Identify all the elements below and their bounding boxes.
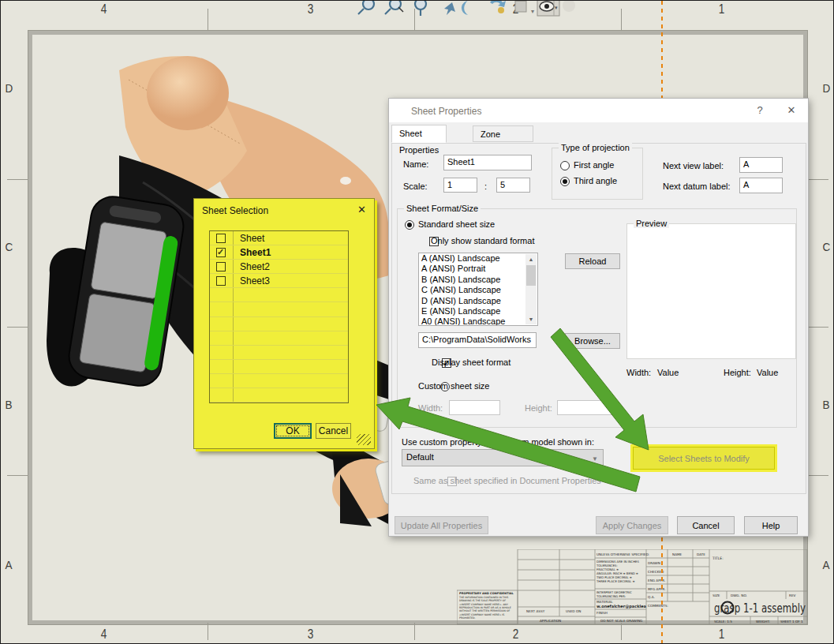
format-option[interactable]: B (ANSI) Landscape <box>419 275 537 285</box>
sheet-row[interactable]: Sheet2 <box>210 260 348 274</box>
sheet-row[interactable] <box>210 302 348 316</box>
format-path-input[interactable]: C:\ProgramData\SolidWorks <box>418 332 537 348</box>
sheet-format-legend: Sheet Format/Size <box>404 204 481 213</box>
tab-zone-parameters[interactable]: Zone Parameters <box>473 125 533 142</box>
sheet-row[interactable] <box>210 317 348 331</box>
preview-group: Preview <box>626 223 796 359</box>
third-angle-radio[interactable] <box>560 177 570 186</box>
sheet-selection-table: SheetSheet1Sheet2Sheet3 <box>209 230 349 403</box>
sheet-row-checkbox[interactable] <box>216 234 226 243</box>
fist <box>147 56 229 130</box>
standard-sheet-size-radio[interactable] <box>405 220 414 230</box>
cancel-button[interactable]: Cancel <box>677 516 735 534</box>
reload-button[interactable]: Reload <box>565 253 620 269</box>
sheet-row[interactable]: Sheet1 <box>210 245 348 260</box>
custom-height-label: Height: <box>525 403 552 413</box>
sheet-row-checkbox[interactable] <box>216 276 226 286</box>
chevron-down-icon: ▼ <box>592 455 598 462</box>
sheet-row[interactable] <box>210 360 348 374</box>
resize-grip[interactable] <box>357 434 371 445</box>
view-orientation-icon[interactable] <box>515 0 530 12</box>
device-panel-bottom <box>79 294 155 373</box>
apply-changes-button[interactable]: Apply Changes <box>596 516 668 534</box>
sheet-row-checkbox[interactable] <box>216 248 226 257</box>
ok-button[interactable]: OK <box>274 423 312 439</box>
select-sheets-to-modify-button[interactable]: Select Sheets to Modify <box>633 447 775 470</box>
scroll-up-icon[interactable]: ▲ <box>525 254 537 264</box>
view-orientation-dropdown-icon[interactable]: ▾ <box>531 8 534 15</box>
preview-width-label: Width: <box>626 368 651 377</box>
format-option[interactable]: A0 (ANSI) Landscape <box>419 316 537 326</box>
sheet-row[interactable]: Sheet <box>210 231 348 245</box>
previous-view-icon[interactable] <box>444 2 455 15</box>
hide-show-items-icon[interactable]: ▾ <box>537 0 559 16</box>
use-custom-property-label: Use custom property values from model sh… <box>402 437 594 447</box>
sheet-properties-dialog: Sheet Properties ? ✕ Sheet Properties Zo… <box>388 98 809 537</box>
name-label: Name: <box>403 159 428 169</box>
preview-legend: Preview <box>634 219 669 228</box>
tab-sheet-properties[interactable]: Sheet Properties <box>391 125 447 143</box>
projection-group: Type of projection First angle Third ang… <box>552 148 643 200</box>
view-settings-icon[interactable] <box>563 0 575 12</box>
sheet-row[interactable] <box>210 374 348 388</box>
custom-height-input[interactable] <box>557 400 612 415</box>
view-toolbar: ▾ ▾ <box>354 0 583 17</box>
pin <box>340 177 351 185</box>
next-datum-label: Next datum label: <box>663 182 731 191</box>
format-option[interactable]: D (ANSI) Landscape <box>419 296 537 306</box>
zoom-to-fit-icon[interactable] <box>363 0 374 9</box>
projection-group-legend: Type of projection <box>559 143 632 152</box>
custom-width-label: Width: <box>418 403 443 413</box>
pan-icon[interactable] <box>490 0 506 7</box>
scale-separator: : <box>484 182 487 191</box>
sheet-row-checkbox[interactable] <box>216 262 226 271</box>
sheet-row[interactable] <box>210 331 348 346</box>
name-input[interactable]: Sheet1 <box>443 155 532 170</box>
sheet-row[interactable] <box>210 388 348 402</box>
sheet-row[interactable] <box>210 346 348 360</box>
format-option[interactable]: A (ANSI) Portrait <box>419 264 537 274</box>
format-listbox-items: A (ANSI) LandscapeA (ANSI) PortraitB (AN… <box>419 253 537 326</box>
dialog-titlebar[interactable]: Sheet Properties ? ✕ <box>389 99 808 122</box>
help-icon[interactable]: ? <box>753 104 767 116</box>
close-icon[interactable]: ✕ <box>784 104 798 116</box>
format-option[interactable]: A (ANSI) Landscape <box>419 253 537 264</box>
first-angle-label: First angle <box>574 160 614 170</box>
format-listbox-scrollbar[interactable]: ▲ ▼ <box>525 254 537 324</box>
sheet-row-label: Sheet1 <box>240 247 271 258</box>
only-standard-format-label: Only show standard format <box>431 236 534 245</box>
cancel-button[interactable]: Cancel <box>316 423 351 439</box>
scale-label: Scale: <box>403 182 428 191</box>
help-button[interactable]: Help <box>744 516 798 534</box>
zoom-in-out-icon[interactable] <box>415 0 426 9</box>
format-option[interactable]: E (ANSI) Landscape <box>419 306 537 316</box>
third-angle-label: Third angle <box>574 176 617 185</box>
rotate-view-icon[interactable] <box>462 0 473 15</box>
custom-sheet-size-label: Custom sheet size <box>418 381 489 391</box>
format-listbox[interactable]: A (ANSI) LandscapeA (ANSI) PortraitB (AN… <box>418 253 538 326</box>
update-all-properties-button[interactable]: Update All Properties <box>395 516 488 534</box>
browse-button[interactable]: Browse... <box>565 333 620 349</box>
next-view-input[interactable]: A <box>739 157 783 173</box>
solidworks-drawing-window: 4 3 2 1 4 3 2 1 D C B A D C B A <box>0 0 834 644</box>
custom-width-input[interactable] <box>449 400 500 415</box>
scale-numerator-input[interactable]: 1 <box>443 178 477 193</box>
sheet-row[interactable] <box>210 288 348 302</box>
model-shown-in-dropdown[interactable]: Default ▼ <box>402 449 604 466</box>
sheet-row-label: Sheet <box>240 233 264 244</box>
format-option[interactable]: C (ANSI) Landscape <box>419 285 537 295</box>
sheet-row-label: Sheet3 <box>240 275 270 286</box>
scroll-down-icon[interactable]: ▼ <box>525 314 537 324</box>
dialog-title: Sheet Properties <box>411 106 481 117</box>
close-icon[interactable]: ✕ <box>357 204 366 215</box>
next-datum-input[interactable]: A <box>739 178 783 193</box>
dropdown-value: Default <box>406 452 434 462</box>
scale-denominator-input[interactable]: 5 <box>496 178 530 193</box>
preview-height-value: Value <box>757 368 778 377</box>
sheet-row[interactable]: Sheet3 <box>210 274 348 288</box>
scroll-thumb[interactable] <box>526 265 536 286</box>
svg-text:▾: ▾ <box>555 5 558 11</box>
first-angle-radio[interactable] <box>560 161 570 170</box>
display-sheet-format-label: Display sheet format <box>432 358 510 367</box>
preview-width-value: Value <box>657 368 679 377</box>
